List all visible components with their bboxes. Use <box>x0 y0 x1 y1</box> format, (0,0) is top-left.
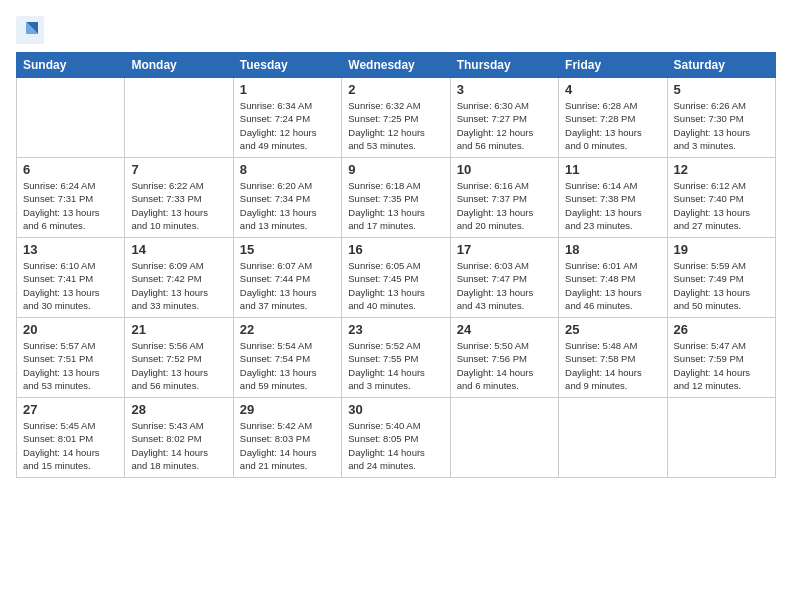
day-number: 20 <box>23 322 118 337</box>
day-info: Sunrise: 6:10 AM Sunset: 7:41 PM Dayligh… <box>23 259 118 312</box>
day-cell: 21Sunrise: 5:56 AM Sunset: 7:52 PM Dayli… <box>125 318 233 398</box>
day-info: Sunrise: 5:57 AM Sunset: 7:51 PM Dayligh… <box>23 339 118 392</box>
day-cell: 6Sunrise: 6:24 AM Sunset: 7:31 PM Daylig… <box>17 158 125 238</box>
day-number: 30 <box>348 402 443 417</box>
day-cell: 13Sunrise: 6:10 AM Sunset: 7:41 PM Dayli… <box>17 238 125 318</box>
day-number: 27 <box>23 402 118 417</box>
day-number: 29 <box>240 402 335 417</box>
day-cell <box>450 398 558 478</box>
day-info: Sunrise: 6:20 AM Sunset: 7:34 PM Dayligh… <box>240 179 335 232</box>
day-cell: 3Sunrise: 6:30 AM Sunset: 7:27 PM Daylig… <box>450 78 558 158</box>
day-cell: 9Sunrise: 6:18 AM Sunset: 7:35 PM Daylig… <box>342 158 450 238</box>
day-number: 22 <box>240 322 335 337</box>
day-info: Sunrise: 5:48 AM Sunset: 7:58 PM Dayligh… <box>565 339 660 392</box>
day-number: 14 <box>131 242 226 257</box>
week-row-1: 1Sunrise: 6:34 AM Sunset: 7:24 PM Daylig… <box>17 78 776 158</box>
day-cell: 17Sunrise: 6:03 AM Sunset: 7:47 PM Dayli… <box>450 238 558 318</box>
day-info: Sunrise: 6:24 AM Sunset: 7:31 PM Dayligh… <box>23 179 118 232</box>
day-number: 16 <box>348 242 443 257</box>
day-cell <box>17 78 125 158</box>
day-cell: 15Sunrise: 6:07 AM Sunset: 7:44 PM Dayli… <box>233 238 341 318</box>
day-cell: 29Sunrise: 5:42 AM Sunset: 8:03 PM Dayli… <box>233 398 341 478</box>
day-number: 8 <box>240 162 335 177</box>
day-number: 2 <box>348 82 443 97</box>
day-cell: 11Sunrise: 6:14 AM Sunset: 7:38 PM Dayli… <box>559 158 667 238</box>
col-header-thursday: Thursday <box>450 53 558 78</box>
day-number: 9 <box>348 162 443 177</box>
week-row-3: 13Sunrise: 6:10 AM Sunset: 7:41 PM Dayli… <box>17 238 776 318</box>
day-number: 17 <box>457 242 552 257</box>
day-cell: 19Sunrise: 5:59 AM Sunset: 7:49 PM Dayli… <box>667 238 775 318</box>
day-number: 10 <box>457 162 552 177</box>
day-cell <box>559 398 667 478</box>
day-number: 26 <box>674 322 769 337</box>
day-cell: 16Sunrise: 6:05 AM Sunset: 7:45 PM Dayli… <box>342 238 450 318</box>
day-cell: 5Sunrise: 6:26 AM Sunset: 7:30 PM Daylig… <box>667 78 775 158</box>
week-row-5: 27Sunrise: 5:45 AM Sunset: 8:01 PM Dayli… <box>17 398 776 478</box>
day-number: 23 <box>348 322 443 337</box>
day-cell: 30Sunrise: 5:40 AM Sunset: 8:05 PM Dayli… <box>342 398 450 478</box>
day-info: Sunrise: 5:50 AM Sunset: 7:56 PM Dayligh… <box>457 339 552 392</box>
day-cell: 8Sunrise: 6:20 AM Sunset: 7:34 PM Daylig… <box>233 158 341 238</box>
day-number: 5 <box>674 82 769 97</box>
page-header <box>16 16 776 44</box>
week-row-4: 20Sunrise: 5:57 AM Sunset: 7:51 PM Dayli… <box>17 318 776 398</box>
day-info: Sunrise: 6:26 AM Sunset: 7:30 PM Dayligh… <box>674 99 769 152</box>
day-number: 28 <box>131 402 226 417</box>
day-info: Sunrise: 5:45 AM Sunset: 8:01 PM Dayligh… <box>23 419 118 472</box>
day-info: Sunrise: 6:18 AM Sunset: 7:35 PM Dayligh… <box>348 179 443 232</box>
day-info: Sunrise: 5:42 AM Sunset: 8:03 PM Dayligh… <box>240 419 335 472</box>
day-cell: 18Sunrise: 6:01 AM Sunset: 7:48 PM Dayli… <box>559 238 667 318</box>
day-info: Sunrise: 6:30 AM Sunset: 7:27 PM Dayligh… <box>457 99 552 152</box>
col-header-sunday: Sunday <box>17 53 125 78</box>
day-cell: 4Sunrise: 6:28 AM Sunset: 7:28 PM Daylig… <box>559 78 667 158</box>
day-cell: 25Sunrise: 5:48 AM Sunset: 7:58 PM Dayli… <box>559 318 667 398</box>
day-info: Sunrise: 5:54 AM Sunset: 7:54 PM Dayligh… <box>240 339 335 392</box>
day-info: Sunrise: 6:34 AM Sunset: 7:24 PM Dayligh… <box>240 99 335 152</box>
day-info: Sunrise: 6:16 AM Sunset: 7:37 PM Dayligh… <box>457 179 552 232</box>
day-number: 15 <box>240 242 335 257</box>
day-info: Sunrise: 5:59 AM Sunset: 7:49 PM Dayligh… <box>674 259 769 312</box>
logo <box>16 16 48 44</box>
day-number: 4 <box>565 82 660 97</box>
day-number: 19 <box>674 242 769 257</box>
day-cell: 2Sunrise: 6:32 AM Sunset: 7:25 PM Daylig… <box>342 78 450 158</box>
day-info: Sunrise: 6:03 AM Sunset: 7:47 PM Dayligh… <box>457 259 552 312</box>
col-header-wednesday: Wednesday <box>342 53 450 78</box>
day-number: 1 <box>240 82 335 97</box>
day-info: Sunrise: 6:01 AM Sunset: 7:48 PM Dayligh… <box>565 259 660 312</box>
day-cell: 7Sunrise: 6:22 AM Sunset: 7:33 PM Daylig… <box>125 158 233 238</box>
day-number: 18 <box>565 242 660 257</box>
day-number: 7 <box>131 162 226 177</box>
day-number: 6 <box>23 162 118 177</box>
day-info: Sunrise: 6:05 AM Sunset: 7:45 PM Dayligh… <box>348 259 443 312</box>
day-info: Sunrise: 5:40 AM Sunset: 8:05 PM Dayligh… <box>348 419 443 472</box>
day-info: Sunrise: 6:09 AM Sunset: 7:42 PM Dayligh… <box>131 259 226 312</box>
day-number: 11 <box>565 162 660 177</box>
day-cell: 28Sunrise: 5:43 AM Sunset: 8:02 PM Dayli… <box>125 398 233 478</box>
day-cell: 14Sunrise: 6:09 AM Sunset: 7:42 PM Dayli… <box>125 238 233 318</box>
col-header-monday: Monday <box>125 53 233 78</box>
day-info: Sunrise: 6:32 AM Sunset: 7:25 PM Dayligh… <box>348 99 443 152</box>
day-cell <box>125 78 233 158</box>
day-info: Sunrise: 5:43 AM Sunset: 8:02 PM Dayligh… <box>131 419 226 472</box>
day-info: Sunrise: 5:47 AM Sunset: 7:59 PM Dayligh… <box>674 339 769 392</box>
day-info: Sunrise: 6:14 AM Sunset: 7:38 PM Dayligh… <box>565 179 660 232</box>
day-number: 13 <box>23 242 118 257</box>
day-cell: 23Sunrise: 5:52 AM Sunset: 7:55 PM Dayli… <box>342 318 450 398</box>
day-number: 3 <box>457 82 552 97</box>
day-cell: 10Sunrise: 6:16 AM Sunset: 7:37 PM Dayli… <box>450 158 558 238</box>
day-number: 24 <box>457 322 552 337</box>
col-header-saturday: Saturday <box>667 53 775 78</box>
day-number: 25 <box>565 322 660 337</box>
day-cell <box>667 398 775 478</box>
calendar-table: SundayMondayTuesdayWednesdayThursdayFrid… <box>16 52 776 478</box>
day-info: Sunrise: 6:28 AM Sunset: 7:28 PM Dayligh… <box>565 99 660 152</box>
day-cell: 20Sunrise: 5:57 AM Sunset: 7:51 PM Dayli… <box>17 318 125 398</box>
day-number: 21 <box>131 322 226 337</box>
day-info: Sunrise: 6:22 AM Sunset: 7:33 PM Dayligh… <box>131 179 226 232</box>
day-cell: 24Sunrise: 5:50 AM Sunset: 7:56 PM Dayli… <box>450 318 558 398</box>
day-info: Sunrise: 6:12 AM Sunset: 7:40 PM Dayligh… <box>674 179 769 232</box>
day-info: Sunrise: 5:52 AM Sunset: 7:55 PM Dayligh… <box>348 339 443 392</box>
week-row-2: 6Sunrise: 6:24 AM Sunset: 7:31 PM Daylig… <box>17 158 776 238</box>
